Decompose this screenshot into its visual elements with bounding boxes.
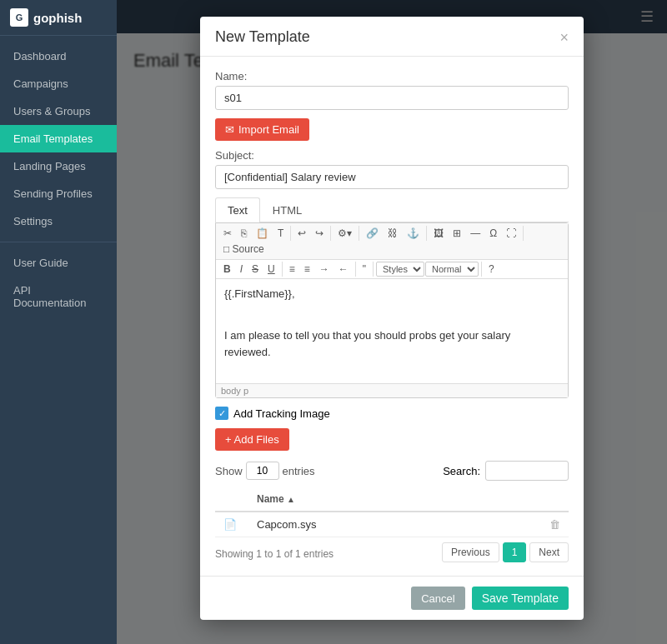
sidebar-item-sending-profiles[interactable]: Sending Profiles bbox=[0, 180, 117, 207]
files-table-head: Name bbox=[215, 487, 569, 512]
file-icon-cell: 📄 bbox=[215, 512, 248, 537]
files-table-header-row: Name bbox=[215, 487, 569, 512]
help-btn[interactable]: ? bbox=[484, 262, 499, 277]
cancel-button[interactable]: Cancel bbox=[411, 587, 464, 610]
editor-toolbar-2: B I S U ≡ ≡ → ← " bbox=[216, 260, 568, 279]
sidebar-item-email-templates[interactable]: Email Templates bbox=[0, 125, 117, 152]
editor-toolbar-1: ✂ ⎘ 📋 T ↩ ↪ ⚙▾ 🔗 ⛓ ⚓ bbox=[216, 223, 568, 260]
page-1-button[interactable]: 1 bbox=[503, 542, 527, 562]
envelope-icon: ✉ bbox=[225, 123, 234, 136]
next-button[interactable]: Next bbox=[529, 542, 569, 562]
files-table: Name 📄 Capcom.sys bbox=[215, 487, 569, 537]
sep7 bbox=[355, 262, 356, 277]
modal-overlay: New Template × Name: ✉ Import Email Subj… bbox=[117, 0, 667, 644]
sidebar-divider bbox=[0, 242, 117, 242]
sidebar-item-campaigns[interactable]: Campaigns bbox=[0, 70, 117, 97]
logo-icon: G bbox=[10, 8, 28, 27]
col-name[interactable]: Name bbox=[248, 487, 541, 512]
files-pagination: Previous 1 Next bbox=[442, 542, 569, 562]
prev-button[interactable]: Previous bbox=[442, 542, 499, 562]
sidebar-item-api-docs[interactable]: API Documentation bbox=[0, 277, 117, 317]
source-btn[interactable]: □ Source bbox=[219, 242, 268, 257]
editor-content-area[interactable]: {{.FirstName}}, I am please to tell you … bbox=[216, 279, 568, 383]
sep6 bbox=[282, 262, 283, 277]
subject-input[interactable] bbox=[215, 165, 569, 189]
tracking-checkbox[interactable]: ✓ bbox=[215, 407, 228, 420]
copy-btn[interactable]: ⎘ bbox=[237, 226, 251, 241]
files-search-input[interactable] bbox=[485, 461, 569, 481]
sidebar-item-users-groups[interactable]: Users & Groups bbox=[0, 97, 117, 125]
strikethrough-btn[interactable]: S bbox=[248, 262, 263, 277]
sidebar: G gophish Dashboard Campaigns Users & Gr… bbox=[0, 0, 117, 644]
table-btn[interactable]: ⊞ bbox=[449, 226, 465, 241]
link-btn[interactable]: 🔗 bbox=[362, 226, 383, 241]
tab-html[interactable]: HTML bbox=[260, 197, 314, 222]
sidebar-item-dashboard[interactable]: Dashboard bbox=[0, 42, 117, 70]
undo-btn[interactable]: ↩ bbox=[293, 226, 310, 241]
sep2 bbox=[330, 226, 331, 241]
hr-btn[interactable]: — bbox=[466, 226, 484, 241]
add-files-button[interactable]: + Add Files bbox=[215, 428, 289, 451]
modal-footer: Cancel Save Template bbox=[200, 576, 584, 620]
showing-text: Showing 1 to 1 of 1 entries bbox=[215, 548, 334, 560]
editor-line-4 bbox=[224, 365, 559, 382]
files-table-body: 📄 Capcom.sys 🗑 bbox=[215, 512, 569, 537]
paste-text-btn[interactable]: T bbox=[273, 226, 288, 241]
import-email-button[interactable]: ✉ Import Email bbox=[215, 118, 309, 141]
redo-btn[interactable]: ↪ bbox=[311, 226, 328, 241]
modal-body: Name: ✉ Import Email Subject: Tex bbox=[200, 57, 584, 576]
modal-title: New Template bbox=[215, 28, 310, 46]
sep4 bbox=[426, 226, 427, 241]
modal-header: New Template × bbox=[200, 17, 584, 57]
format-select[interactable]: Normal bbox=[425, 262, 479, 277]
close-button[interactable]: × bbox=[559, 30, 569, 45]
underline-btn[interactable]: U bbox=[263, 262, 279, 277]
styles-dropdown-btn[interactable]: ⚙▾ bbox=[334, 226, 356, 241]
sidebar-item-user-guide[interactable]: User Guide bbox=[0, 249, 117, 277]
special-btn[interactable]: Ω bbox=[485, 226, 501, 241]
tracking-label: Add Tracking Image bbox=[233, 407, 330, 420]
paste-btn[interactable]: 📋 bbox=[252, 226, 273, 241]
italic-btn[interactable]: I bbox=[236, 262, 247, 277]
save-template-button[interactable]: Save Template bbox=[472, 587, 569, 610]
editor-line-3: I am please to tell you that you should … bbox=[224, 327, 559, 362]
table-row: 📄 Capcom.sys 🗑 bbox=[215, 512, 569, 537]
name-input[interactable] bbox=[215, 86, 569, 110]
sep3 bbox=[359, 226, 359, 241]
bold-btn[interactable]: B bbox=[219, 262, 235, 277]
editor-tabs: Text HTML bbox=[215, 197, 569, 222]
sidebar-item-settings[interactable]: Settings bbox=[0, 207, 117, 235]
name-label: Name: bbox=[215, 70, 569, 82]
image-btn[interactable]: 🖼 bbox=[429, 226, 448, 241]
sep1 bbox=[290, 226, 291, 241]
anchor-btn[interactable]: ⚓ bbox=[403, 226, 424, 241]
indent-btn[interactable]: → bbox=[315, 262, 334, 277]
show-entries-input[interactable] bbox=[246, 462, 279, 480]
unlink-btn[interactable]: ⛓ bbox=[384, 226, 402, 241]
sidebar-nav: Dashboard Campaigns Users & Groups Email… bbox=[0, 36, 117, 644]
styles-select[interactable]: Styles bbox=[376, 262, 424, 277]
editor-line-2 bbox=[224, 307, 559, 324]
blockquote-btn[interactable]: " bbox=[359, 262, 370, 277]
delete-file-button[interactable]: 🗑 bbox=[549, 518, 560, 531]
ol-btn[interactable]: ≡ bbox=[285, 262, 299, 277]
files-controls: Show entries Search: bbox=[215, 461, 569, 481]
sidebar-item-landing-pages[interactable]: Landing Pages bbox=[0, 152, 117, 180]
sep8 bbox=[373, 262, 374, 277]
col-action bbox=[541, 487, 569, 512]
ul-btn[interactable]: ≡ bbox=[300, 262, 314, 277]
tab-text[interactable]: Text bbox=[215, 197, 260, 222]
outdent-btn[interactable]: ← bbox=[334, 262, 353, 277]
file-delete-cell: 🗑 bbox=[541, 512, 569, 537]
search-label: Search: bbox=[443, 465, 480, 477]
editor-body[interactable]: {{.FirstName}}, I am please to tell you … bbox=[216, 279, 568, 383]
cut-btn[interactable]: ✂ bbox=[219, 226, 236, 241]
file-name-cell: Capcom.sys bbox=[248, 512, 541, 537]
fullscreen-btn[interactable]: ⛶ bbox=[502, 226, 520, 241]
show-label: Show bbox=[215, 465, 243, 477]
app-name: gophish bbox=[33, 11, 82, 25]
sep5 bbox=[523, 226, 524, 241]
sep9 bbox=[481, 262, 482, 277]
search-row: Search: bbox=[443, 461, 569, 481]
app-logo: G gophish bbox=[0, 0, 117, 36]
